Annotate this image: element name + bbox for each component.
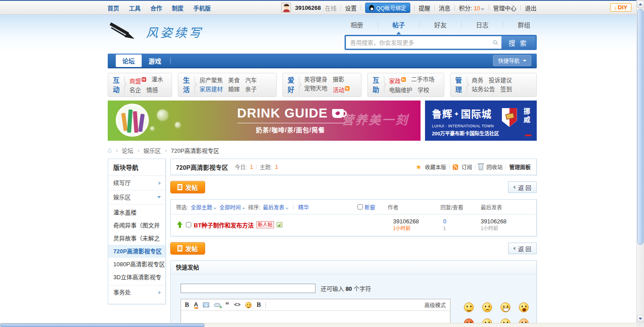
points-menu[interactable]: 积分: 10 <box>459 4 485 12</box>
forum-link[interactable]: 宠物天地 <box>304 84 328 95</box>
forum-link[interactable]: 婚嫁 <box>228 85 240 94</box>
remind-link[interactable]: 提醒 <box>419 4 430 12</box>
sidebar-item-qiwen[interactable]: 奇闻异事（图文并 <box>108 219 165 232</box>
favorite-board-link[interactable]: 收藏本版 <box>425 163 446 171</box>
recycle-bin-link[interactable]: 回收站 <box>486 163 502 171</box>
forum-link[interactable]: 签到 <box>501 85 512 94</box>
breadcrumb-current[interactable]: 720P高清影视专区 <box>171 146 219 155</box>
sidebar-group-shiwuchu[interactable]: 事务处 <box>108 285 165 299</box>
forum-link[interactable]: 灌水 <box>152 75 163 86</box>
breadcrumb-forum[interactable]: 论坛 <box>122 146 134 155</box>
username[interactable]: 39106268 <box>295 4 321 11</box>
tab-game[interactable]: 游戏 <box>142 54 168 67</box>
forum-link[interactable]: 商盟H <box>130 75 147 86</box>
forum-link[interactable]: 情感 <box>147 86 158 95</box>
diy-button[interactable]: DIY <box>610 3 631 12</box>
forum-link[interactable]: 汽车 <box>245 76 257 85</box>
smiley-cry-icon[interactable] <box>519 302 529 312</box>
forum-link[interactable]: 美容健身 <box>304 75 328 84</box>
sidebar-item-720p[interactable]: 720P高清影视专区 <box>108 245 165 258</box>
new-post-button[interactable]: 发帖 <box>170 242 205 255</box>
nav-posts[interactable]: 帖子 <box>392 20 405 29</box>
filter-all-topics[interactable]: 全部主题 <box>191 203 217 211</box>
vertical-scrollbar[interactable] <box>636 0 644 323</box>
nav-album[interactable]: 相册 <box>351 20 363 29</box>
post-subject-input[interactable] <box>181 284 316 293</box>
forum-link[interactable]: 家居建材 <box>200 85 223 94</box>
sidebar-item-1080p[interactable]: 1080P高清影视专区 <box>108 258 165 271</box>
forum-link[interactable]: 家政N <box>389 75 406 86</box>
top-link-tools[interactable]: 工具 <box>129 4 141 12</box>
admin-center-link[interactable]: 管理中心 <box>493 4 516 12</box>
lastpost-time[interactable]: 1小时前 <box>481 225 531 232</box>
forum-link[interactable]: 投诉建议 <box>489 76 512 85</box>
breadcrumb-section[interactable]: 娱乐区 <box>143 146 161 155</box>
forum-link[interactable]: 美食 <box>228 76 240 85</box>
insert-link-icon[interactable] <box>214 303 220 307</box>
avatar[interactable] <box>281 3 291 13</box>
nav-friends[interactable]: 好友 <box>434 20 447 29</box>
horizontal-scrollbar[interactable] <box>0 323 636 327</box>
forum-link[interactable]: 二手市场 <box>411 75 434 86</box>
advanced-mode-link[interactable]: 高级模式 <box>424 301 446 309</box>
settings-link[interactable]: 设置 <box>345 4 357 12</box>
filter-all-time[interactable]: 全部时间 <box>219 203 245 211</box>
scroll-down-arrow[interactable] <box>637 315 644 323</box>
insert-image-icon[interactable] <box>203 302 209 307</box>
forum-link[interactable]: 房产聚焦 <box>200 76 223 85</box>
scroll-up-arrow[interactable] <box>637 0 644 8</box>
search-input[interactable] <box>346 36 501 49</box>
top-link-mobile[interactable]: 手机版 <box>194 4 211 12</box>
sidebar-item-3d[interactable]: 3D立体高清影视专 <box>108 271 165 284</box>
forum-link[interactable]: 亲子 <box>245 85 257 94</box>
smiley-icon[interactable] <box>245 302 252 308</box>
thread-checkbox[interactable] <box>186 222 191 227</box>
forum-link[interactable]: 站务公告 <box>472 85 495 94</box>
logout-link[interactable]: 退出 <box>525 4 536 12</box>
horizontal-scroll-thumb[interactable] <box>0 323 205 327</box>
digest-link[interactable]: 精华 <box>298 203 309 211</box>
thread-title-link[interactable]: BT种子制作和发布方法 <box>194 221 254 229</box>
sidebar-item-lingyi[interactable]: 灵异故事（未解之 <box>108 232 165 245</box>
forum-link[interactable]: 商务 <box>472 76 484 85</box>
top-link-cooperate[interactable]: 合作 <box>151 4 162 12</box>
vertical-scroll-thumb[interactable] <box>637 9 644 245</box>
sidebar-group-yulequ[interactable]: 娱乐区 <box>108 190 165 205</box>
bold-icon[interactable]: B <box>185 302 189 308</box>
top-link-rules[interactable]: 制度 <box>172 4 184 12</box>
forum-link[interactable]: 活动N <box>333 84 350 95</box>
forum-link[interactable]: 学校 <box>418 86 429 95</box>
nav-groups[interactable]: 群组 <box>518 20 530 29</box>
sidebar-group-xuxieting[interactable]: 续写厅 <box>108 176 165 190</box>
message-link[interactable]: 消息 <box>439 4 450 12</box>
search-button[interactable]: 搜 索 <box>501 36 535 49</box>
lastpost-author-link[interactable]: 39106268 <box>481 218 531 225</box>
bold2-icon[interactable]: B <box>257 302 261 308</box>
admin-panel-link[interactable]: 管理面板 <box>509 163 530 171</box>
new-window-checkbox[interactable] <box>358 204 363 210</box>
quote-icon[interactable]: “ <box>225 301 229 309</box>
nav-blog[interactable]: 日志 <box>476 20 488 29</box>
back-button[interactable]: 返 回 <box>508 243 537 254</box>
sidebar-item-guanshui[interactable]: 灌水盖楼 <box>108 206 165 219</box>
quick-nav-button[interactable]: 快捷导航 <box>493 55 531 66</box>
tab-forum[interactable]: 论坛 <box>116 54 142 67</box>
font-color-icon[interactable]: A <box>194 302 198 309</box>
subscribe-link[interactable]: 订阅 <box>461 163 472 171</box>
forum-link[interactable]: 电脑维护 <box>389 86 412 95</box>
home-icon[interactable]: ⌂ <box>108 147 112 154</box>
thread-author-link[interactable]: 39106268 <box>393 218 443 225</box>
smiley-grin-icon[interactable] <box>501 302 510 312</box>
new-post-button[interactable]: 发帖 <box>170 181 205 193</box>
top-link-home[interactable]: 首页 <box>108 4 119 12</box>
smiley-smile-icon[interactable] <box>464 302 474 312</box>
luhui-banner[interactable]: 鲁辉 国际城 LUHUI · INTERNATIONAL TOWN 200万平豪… <box>425 101 537 141</box>
qq-bind-button[interactable]: QQ帐号绑定 <box>365 3 410 13</box>
forum-link[interactable]: 名企 <box>130 86 141 95</box>
back-button[interactable]: 返 回 <box>508 181 537 193</box>
drink-guide-banner[interactable]: DRINK GUIDE 奶茶/咖啡/茶/面包/简餐 营养美一刻 <box>108 101 421 141</box>
site-logo[interactable]: 风姿续写 <box>108 20 203 43</box>
code-icon[interactable]: <> <box>234 302 240 308</box>
sort-lastpost[interactable]: 最后发表 <box>263 203 289 211</box>
forum-link[interactable]: 摄影 <box>333 75 345 84</box>
